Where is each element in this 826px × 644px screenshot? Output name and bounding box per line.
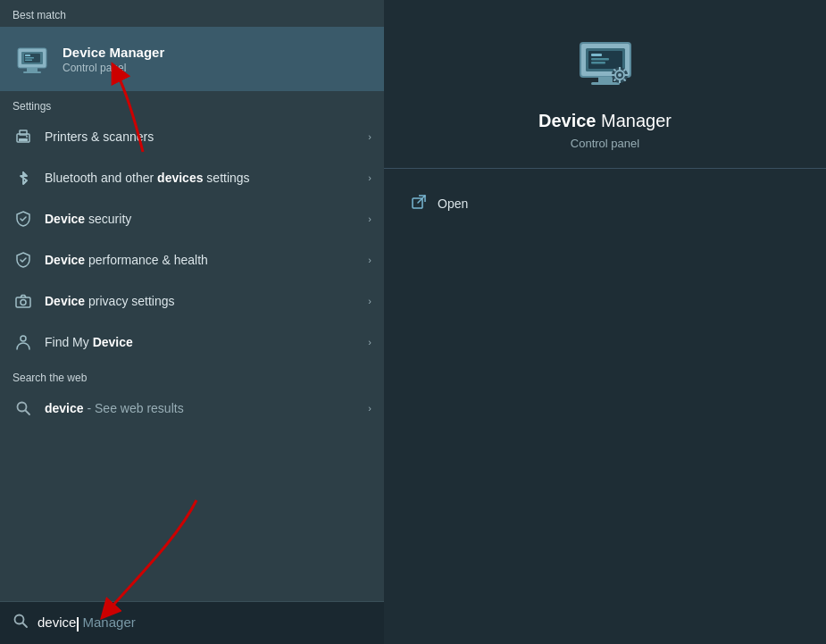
- svg-rect-10: [19, 138, 28, 141]
- open-action[interactable]: Open: [402, 187, 808, 221]
- svg-rect-26: [591, 62, 605, 64]
- svg-rect-6: [25, 57, 34, 59]
- findmy-person-icon: [13, 331, 34, 353]
- performance-shield-icon: [13, 249, 34, 271]
- left-panel: Best match Device Manag: [0, 0, 384, 644]
- performance-chevron: ›: [368, 255, 371, 265]
- bluetooth-chevron: ›: [368, 172, 371, 183]
- svg-rect-12: [16, 297, 30, 307]
- taskbar-search-text: device Manager: [38, 615, 136, 631]
- open-icon: [411, 194, 427, 213]
- settings-section-label: Settings: [0, 91, 384, 116]
- privacy-camera-icon: [13, 290, 34, 312]
- svg-rect-22: [591, 82, 620, 85]
- right-panel: Device Manager Control panel Open: [384, 0, 826, 644]
- list-item-bluetooth[interactable]: Bluetooth and other devices settings ›: [0, 157, 384, 198]
- device-manager-icon: [13, 39, 52, 79]
- bluetooth-icon: [13, 167, 34, 188]
- performance-label: Device performance & health: [45, 253, 368, 267]
- security-label: Device security: [45, 212, 368, 226]
- right-panel-subtitle: Control panel: [571, 137, 639, 150]
- web-chevron: ›: [368, 403, 371, 414]
- svg-rect-5: [25, 54, 30, 56]
- list-item-privacy[interactable]: Device privacy settings ›: [0, 280, 384, 322]
- findmy-chevron: ›: [368, 337, 371, 347]
- list-item-security[interactable]: Device security ›: [0, 198, 384, 239]
- best-match-item[interactable]: Device Manager Control panel: [0, 27, 384, 91]
- svg-point-13: [21, 300, 26, 305]
- svg-point-29: [618, 73, 622, 77]
- list-item-performance[interactable]: Device performance & health ›: [0, 239, 384, 280]
- svg-rect-21: [598, 77, 613, 82]
- svg-rect-24: [591, 54, 602, 56]
- svg-line-16: [26, 411, 30, 415]
- privacy-label: Device privacy settings: [45, 294, 368, 308]
- svg-rect-9: [20, 130, 27, 135]
- svg-line-39: [418, 196, 425, 203]
- svg-rect-3: [23, 71, 41, 73]
- web-search-label: Search the web: [0, 363, 384, 388]
- svg-point-11: [26, 136, 28, 138]
- right-detail-header: Device Manager Control panel: [384, 0, 826, 169]
- web-search-text: device - See web results: [45, 401, 368, 415]
- list-item-findmy[interactable]: Find My Device ›: [0, 322, 384, 363]
- best-match-label: Best match: [0, 0, 384, 27]
- web-search-item[interactable]: device - See web results ›: [0, 388, 384, 429]
- list-item-printers[interactable]: Printers & scanners ›: [0, 116, 384, 157]
- svg-rect-2: [27, 68, 38, 71]
- best-match-text: Device Manager Control panel: [63, 45, 164, 74]
- taskbar-search-icon: [13, 613, 29, 633]
- right-panel-icon: [570, 27, 641, 98]
- taskbar-typed-text: device: [38, 615, 76, 630]
- svg-point-14: [21, 336, 26, 341]
- svg-rect-7: [25, 60, 32, 62]
- svg-rect-25: [591, 58, 609, 61]
- right-panel-title: Device Manager: [538, 111, 672, 131]
- open-label: Open: [438, 197, 468, 211]
- svg-line-18: [23, 623, 28, 628]
- taskbar-search[interactable]: device Manager: [0, 601, 384, 644]
- bluetooth-label: Bluetooth and other devices settings: [45, 171, 368, 185]
- printers-label: Printers & scanners: [45, 130, 368, 144]
- right-actions-section: Open: [384, 169, 826, 238]
- privacy-chevron: ›: [368, 296, 371, 306]
- web-search-icon: [13, 397, 34, 419]
- findmy-label: Find My Device: [45, 335, 368, 349]
- security-shield-icon: [13, 208, 34, 230]
- printers-chevron: ›: [368, 131, 371, 142]
- best-match-subtitle: Control panel: [63, 62, 164, 74]
- printer-icon: [13, 126, 34, 147]
- security-chevron: ›: [368, 213, 371, 224]
- taskbar-placeholder: Manager: [79, 615, 135, 630]
- best-match-title: Device Manager: [63, 45, 164, 60]
